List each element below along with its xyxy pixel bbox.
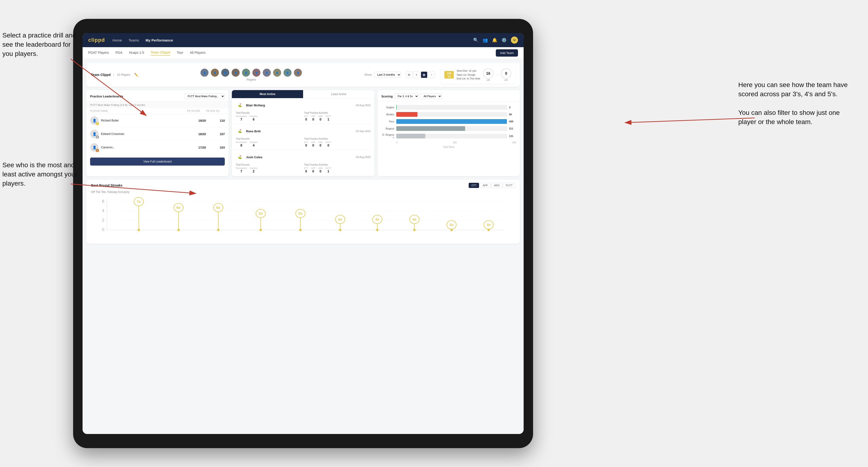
activity-name-2: Rees Britt	[246, 129, 260, 133]
bell-icon[interactable]: 🔔	[492, 37, 497, 43]
bar-label-pars: Pars	[381, 120, 394, 123]
subnav-tour[interactable]: Tour	[177, 51, 183, 55]
filter-putt[interactable]: PUTT	[503, 183, 515, 188]
edit-team-icon[interactable]: ✏️	[134, 73, 138, 76]
scoring-header: Scoring Par 3, 4 & 5s All Players	[378, 90, 520, 102]
activity-player-2: ⛳ Rees Britt 02 Sep 2023 Total Rounds To…	[232, 124, 374, 150]
team-avatar-2: 👤	[210, 68, 219, 77]
bar-track-birdies	[396, 112, 507, 117]
team-avatar-3: 👤	[221, 68, 230, 77]
ipad-screen: clippd Home Teams My Performance 🔍 👥 🔔 ⚙…	[83, 33, 524, 434]
streaks-subtitle: Off The Tee, Fairway Accuracy	[91, 190, 515, 194]
svg-point-8	[138, 233, 139, 234]
search-icon[interactable]: 🔍	[473, 37, 478, 43]
activity-date-2: 02 Sep 2023	[356, 130, 370, 132]
avg-sq-3: 103	[206, 146, 225, 149]
people-icon[interactable]: 👥	[483, 37, 488, 43]
scoring-x-label: Total Shots	[381, 146, 516, 148]
bar-track-eagles	[396, 105, 507, 110]
svg-text:7x: 7x	[137, 200, 141, 204]
shot-circle-1: 16	[483, 68, 493, 79]
subnav-pgat[interactable]: PGAT Players	[88, 51, 109, 55]
player-name-2: Edward Crossman	[101, 132, 124, 135]
bar-track-dbogeys	[396, 134, 507, 138]
player-name-3: Cameron...	[101, 146, 115, 149]
bar-val-dbogeys: 131	[509, 135, 516, 137]
subnav: PGAT Players PGA Hcaps 1-5 Team Clippd T…	[83, 47, 524, 59]
main-content: Team Clippd | 14 Players ✏️ 👤 👤 👤 👤 👤 👤 …	[83, 59, 524, 434]
leaderboard-columns: PLAYER NAME PB SCORE PB AVG SQ	[86, 108, 228, 114]
streaks-chart-svg: 6 4 2 0 7x 6x	[91, 197, 515, 239]
bar-row-eagles: Eagles 3	[381, 105, 516, 110]
bar-track-pars	[396, 119, 507, 124]
streaks-card: Best Round Streaks OTT APP ARG PUTT Off …	[86, 180, 520, 244]
activity-player-3: ⛳ Josh Coles 26 Aug 2023 Total Rounds To…	[232, 150, 374, 176]
most-active-tab[interactable]: Most Active	[232, 90, 303, 98]
team-avatar-1: 👤	[200, 68, 209, 77]
sort-btn[interactable]: ↕	[428, 71, 435, 78]
shot-arrow: →	[495, 73, 499, 77]
bar-fill-bogeys	[396, 126, 465, 131]
drill-select[interactable]: PUTT Must Make Putting...	[184, 93, 225, 99]
filter-app[interactable]: APP	[480, 183, 490, 188]
rank-badge-2: 2	[96, 135, 99, 139]
navbar-icons: 🔍 👥 🔔 ⚙️ U	[473, 36, 518, 44]
annotation-right-top: Here you can see how the team have score…	[738, 80, 856, 126]
team-avatar-10: 👤	[293, 68, 302, 77]
bar-fill-birdies	[396, 112, 417, 117]
svg-text:3x: 3x	[450, 223, 454, 227]
activity-player-1: ⛳ Blair McHarg 26 Aug 2023 Total Rounds …	[232, 98, 374, 124]
user-avatar[interactable]: U	[511, 36, 518, 44]
svg-text:6x: 6x	[216, 206, 220, 210]
subnav-all-players[interactable]: All Players	[190, 51, 206, 55]
subnav-pga[interactable]: PGA	[115, 51, 122, 55]
activity-date-3: 26 Aug 2023	[356, 156, 371, 158]
bar-track-bogeys	[396, 126, 507, 131]
view-leaderboard-button[interactable]: View Full Leaderboard	[90, 158, 225, 165]
svg-text:6: 6	[102, 199, 104, 204]
add-team-button[interactable]: Add Team	[496, 49, 518, 57]
activity-stats-1: Total Rounds Tournament 7 Practice 6	[236, 112, 370, 121]
filter-ott[interactable]: OTT	[469, 183, 479, 188]
bar-label-birdies: Birdies	[381, 113, 394, 116]
bar-val-pars: 499	[509, 120, 516, 123]
pb-score-2: 18/20	[187, 132, 206, 136]
shot-card: 198 SQ Shot Dist: 16 yds Start Lie: Roug…	[441, 66, 515, 84]
activity-avatar-3: ⛳	[236, 153, 244, 161]
scoring-x-axis: 0 200 400	[381, 141, 516, 144]
scoring-title: Scoring	[381, 95, 393, 98]
activity-card: Most Active Least Active ⛳ Blair McHarg …	[232, 90, 374, 176]
streaks-title: Best Round Streaks	[91, 184, 122, 187]
scoring-par-filter[interactable]: Par 3, 4 & 5s	[395, 93, 418, 99]
nav-teams[interactable]: Teams	[129, 38, 139, 42]
subnav-hcaps[interactable]: Hcaps 1-5	[129, 51, 144, 55]
svg-text:6x: 6x	[177, 206, 181, 210]
view-icons: ⊞ ≡ ▦ ↕	[406, 71, 435, 78]
settings-icon[interactable]: ⚙️	[501, 37, 507, 43]
svg-text:3x: 3x	[487, 223, 491, 227]
bar-label-bogeys: Bogeys	[381, 127, 394, 130]
streaks-header: Best Round Streaks OTT APP ARG PUTT	[91, 183, 515, 188]
least-active-tab[interactable]: Least Active	[303, 90, 374, 98]
show-select[interactable]: Last 3 months Last 6 months Last year	[374, 72, 401, 78]
bar-row-birdies: Birdies 96	[381, 112, 516, 117]
activity-name-1: Blair McHarg	[246, 103, 265, 107]
players-label: Players	[247, 78, 256, 81]
team-avatar-5: 👤	[242, 68, 250, 77]
scoring-player-filter[interactable]: All Players	[421, 93, 442, 99]
grid-view-btn[interactable]: ⊞	[406, 71, 412, 78]
activity-date-1: 26 Aug 2023	[356, 104, 371, 106]
nav-home[interactable]: Home	[113, 38, 122, 42]
svg-text:4x: 4x	[338, 218, 342, 221]
activity-stats-3: Total Rounds Tournament 7 Practice 2	[236, 163, 370, 173]
filter-arg[interactable]: ARG	[491, 183, 502, 188]
card-view-btn[interactable]: ▦	[421, 71, 427, 78]
table-view-btn[interactable]: ≡	[413, 71, 420, 78]
leaderboard-title: Practice Leaderboards	[90, 95, 123, 98]
rank-badge-3: 3	[96, 149, 99, 152]
player-info-2: 👤 2 Edward Crossman	[90, 130, 187, 138]
table-row: 👤 2 Edward Crossman 18/20 107	[86, 127, 228, 141]
subnav-team-clippd[interactable]: Team Clippd	[151, 51, 170, 56]
nav-my-performance[interactable]: My Performance	[146, 38, 173, 42]
bar-val-birdies: 96	[509, 113, 516, 116]
